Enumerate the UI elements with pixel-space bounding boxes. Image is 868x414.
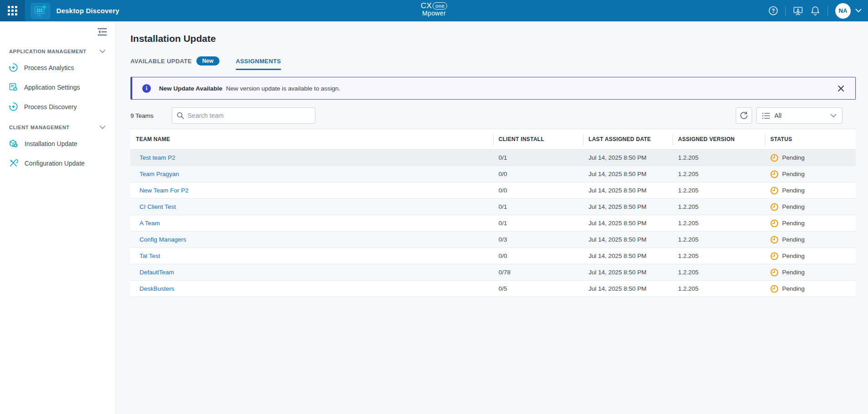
client-install-cell: 0/3 (493, 232, 583, 247)
status-cell: Pending (765, 232, 856, 247)
last-assigned-date-cell: Jul 14, 2025 8:50 PM (583, 182, 673, 198)
info-icon: i (142, 84, 151, 93)
pending-clock-icon (770, 187, 778, 195)
pending-clock-icon (770, 203, 778, 211)
sidebar-item-process-analytics[interactable]: Process Analytics (0, 58, 115, 77)
top-app-bar: Desktop Discovery CX one Mpower ? (0, 0, 868, 21)
team-name-cell: CI Client Test (130, 199, 493, 215)
installation-update-icon (9, 139, 18, 148)
status-badge: Pending (782, 252, 805, 259)
help-button[interactable]: ? (768, 6, 778, 16)
presentation-icon (793, 6, 803, 15)
logo-one-bubble: one (433, 2, 447, 10)
table-row: Test team P20/1Jul 14, 2025 8:50 PM1.2.2… (130, 150, 856, 166)
status-filter-dropdown[interactable]: All (756, 107, 843, 124)
tab-assignments[interactable]: ASSIGNMENTS (236, 58, 281, 70)
client-install-cell: 0/1 (493, 199, 583, 215)
chevron-down-icon (830, 114, 837, 118)
team-search (172, 107, 315, 124)
sidebar-item-label: Application Settings (24, 84, 80, 91)
bell-icon (811, 6, 820, 16)
help-icon: ? (768, 6, 778, 15)
section-header-client-management[interactable]: CLIENT MANAGEMENT (0, 125, 115, 130)
client-install-cell: 0/5 (493, 281, 583, 297)
team-name-cell: Tal Test (130, 248, 493, 264)
sidebar-item-process-discovery[interactable]: Process Discovery (0, 97, 115, 116)
last-assigned-date-cell: Jul 14, 2025 8:50 PM (583, 166, 673, 182)
team-link[interactable]: Team Pragyan (140, 171, 179, 177)
status-badge: Pending (782, 154, 805, 161)
team-link[interactable]: DeskBusters (140, 285, 175, 292)
table-body: Test team P20/1Jul 14, 2025 8:50 PM1.2.2… (130, 150, 856, 297)
pending-clock-icon (770, 219, 778, 227)
user-avatar[interactable]: NA (835, 3, 851, 19)
search-team-input[interactable] (188, 112, 310, 119)
tab-bar: AVAILABLE UPDATE New ASSIGNMENTS (130, 56, 868, 71)
last-assigned-date-cell: Jul 14, 2025 8:50 PM (583, 281, 673, 297)
collapse-sidebar-icon (97, 28, 107, 36)
guide-button[interactable] (793, 6, 803, 16)
status-cell: Pending (765, 166, 856, 182)
assigned-version-cell: 1.2.205 (673, 150, 765, 166)
tab-available-update[interactable]: AVAILABLE UPDATE New (130, 56, 219, 71)
team-name-cell: DefaultTeam (130, 264, 493, 280)
team-name-cell: Test team P2 (130, 150, 493, 166)
app-launcher-button[interactable] (0, 0, 25, 21)
table-row: DeskBusters0/5Jul 14, 2025 8:50 PM1.2.20… (130, 281, 856, 297)
team-link[interactable]: DefaultTeam (140, 269, 174, 276)
last-assigned-date-cell: Jul 14, 2025 8:50 PM (583, 232, 673, 247)
assigned-version-cell: 1.2.205 (673, 248, 765, 264)
team-name-cell: DeskBusters (130, 281, 493, 297)
tab-label: ASSIGNMENTS (236, 58, 281, 65)
table-row: DefaultTeam0/78Jul 14, 2025 8:50 PM1.2.2… (130, 264, 856, 281)
client-install-cell: 0/1 (493, 150, 583, 166)
collapse-sidebar-button[interactable] (97, 28, 107, 36)
sidebar: APPLICATION MANAGEMENT Process Analytics (0, 21, 116, 414)
banner-close-button[interactable] (836, 83, 846, 94)
team-link[interactable]: Test team P2 (140, 154, 175, 161)
assigned-version-cell: 1.2.205 (673, 199, 765, 215)
status-cell: Pending (765, 199, 856, 215)
team-link[interactable]: Tal Test (140, 252, 160, 259)
teams-count: 9 Teams (130, 112, 154, 119)
table-row: Tal Test0/0Jul 14, 2025 8:50 PM1.2.205Pe… (130, 248, 856, 264)
section-header-application-management[interactable]: APPLICATION MANAGEMENT (0, 49, 115, 54)
team-link[interactable]: New Team For P2 (140, 187, 189, 194)
pending-clock-icon (770, 154, 778, 162)
sidebar-item-label: Installation Update (25, 140, 77, 147)
teams-table: TEAM NAME CLIENT INSTALL LAST ASSIGNED D… (130, 129, 856, 297)
waffle-grid-icon (8, 6, 17, 15)
team-name-cell: Team Pragyan (130, 166, 493, 182)
sidebar-item-application-settings[interactable]: Application Settings (0, 77, 115, 97)
desktop-discovery-app-icon[interactable] (30, 3, 50, 19)
status-cell: Pending (765, 264, 856, 280)
assigned-version-cell: 1.2.205 (673, 281, 765, 297)
client-install-cell: 0/0 (493, 182, 583, 198)
close-icon (838, 85, 844, 92)
user-menu-chevron[interactable] (855, 9, 862, 13)
main-content: Installation Update AVAILABLE UPDATE New… (116, 21, 868, 414)
notifications-button[interactable] (810, 6, 820, 16)
team-link[interactable]: A Team (140, 220, 160, 227)
client-install-cell: 0/0 (493, 166, 583, 182)
last-assigned-date-cell: Jul 14, 2025 8:50 PM (583, 248, 673, 264)
sidebar-item-configuration-update[interactable]: Configuration Update (0, 153, 115, 173)
team-link[interactable]: CI Client Test (140, 203, 176, 210)
column-header-status: STATUS (765, 129, 856, 149)
sidebar-item-installation-update[interactable]: Installation Update (0, 134, 115, 153)
app-title: Desktop Discovery (56, 7, 119, 15)
team-link[interactable]: Config Managers (140, 236, 186, 243)
status-cell: Pending (765, 248, 856, 264)
logo-mpower-text: Mpower (421, 10, 447, 17)
status-badge: Pending (782, 285, 805, 292)
topbar-divider (828, 6, 828, 16)
last-assigned-date-cell: Jul 14, 2025 8:50 PM (583, 150, 673, 166)
assigned-version-cell: 1.2.205 (673, 232, 765, 247)
refresh-button[interactable] (736, 107, 752, 124)
tab-label: AVAILABLE UPDATE (130, 58, 192, 65)
table-row: Team Pragyan0/0Jul 14, 2025 8:50 PM1.2.2… (130, 166, 856, 182)
column-header-team-name: TEAM NAME (130, 129, 493, 149)
svg-text:?: ? (771, 8, 774, 14)
sidebar-item-label: Configuration Update (25, 160, 85, 167)
status-badge: Pending (782, 171, 805, 177)
